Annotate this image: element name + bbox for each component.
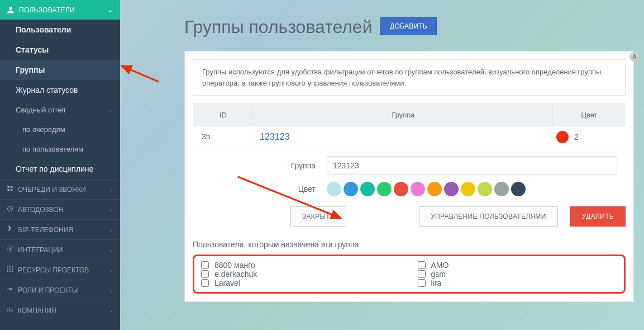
sidebar-item[interactable]: Журнал статусов bbox=[0, 80, 120, 100]
svg-rect-2 bbox=[8, 189, 10, 191]
section-icon bbox=[7, 266, 13, 274]
action-row: ЗАКРЫТЬ УПРАВЛЕНИЕ ПОЛЬЗОВАТЕЛЯМИ УДАЛИТ… bbox=[193, 206, 626, 227]
col-group-header: Группа bbox=[254, 104, 553, 126]
color-field-label: Цвет bbox=[193, 185, 327, 194]
manage-users-button[interactable]: УПРАВЛЕНИЕ ПОЛЬЗОВАТЕЛЯМИ bbox=[419, 206, 557, 227]
table-header: ID Группа Цвет bbox=[193, 103, 626, 126]
color-swatch[interactable] bbox=[411, 182, 425, 196]
color-swatch[interactable] bbox=[327, 182, 341, 196]
svg-rect-6 bbox=[7, 266, 8, 267]
cell-count: 2 bbox=[574, 133, 579, 142]
svg-rect-9 bbox=[7, 268, 8, 270]
users-box: 8800 мангоe.derkachukLaravel AMOgsmlira bbox=[193, 254, 626, 294]
sidebar-section-label: ОЧЕРЕДИ И ЗВОНКИ bbox=[18, 186, 86, 194]
user-checkbox[interactable] bbox=[418, 279, 426, 287]
sidebar-section[interactable]: РОЛИ И ПРОЕКТЫ⌄ bbox=[0, 280, 120, 300]
user-item: AMO bbox=[418, 261, 618, 270]
chevron-down-icon: ⌄ bbox=[109, 206, 113, 213]
page-title: Группы пользователей bbox=[184, 17, 373, 37]
chevron-down-icon: ⌄ bbox=[109, 247, 113, 253]
close-button[interactable]: ЗАКРЫТЬ bbox=[290, 206, 346, 227]
color-swatch[interactable] bbox=[478, 182, 492, 196]
section-icon bbox=[7, 185, 13, 194]
chevron-down-icon: ⌄ bbox=[109, 186, 113, 192]
sidebar-header-users[interactable]: ПОЛЬЗОВАТЕЛИ ⌄ bbox=[0, 0, 120, 20]
user-label: e.derkachuk bbox=[214, 270, 257, 279]
table-row: 35 123123 2 bbox=[193, 126, 626, 148]
users-section-title: Пользователи, которым назначена эта груп… bbox=[193, 240, 626, 249]
sidebar-item[interactable]: Группы bbox=[0, 60, 120, 80]
sidebar-section[interactable]: ИНТЕГРАЦИИ⌄ bbox=[0, 239, 120, 260]
section-icon bbox=[7, 225, 13, 234]
sidebar-item[interactable]: Сводный отчет⌄ bbox=[0, 100, 120, 120]
content-panel: Группы используются для удобства фильтра… bbox=[184, 51, 634, 302]
color-dot-icon bbox=[556, 131, 569, 143]
sidebar-section[interactable]: АВТОДОЗВОН⌄ bbox=[0, 199, 120, 219]
user-checkbox[interactable] bbox=[201, 279, 209, 287]
user-checkbox[interactable] bbox=[418, 261, 426, 269]
sidebar-section-label: SIP-ТЕЛЕФОНИЯ bbox=[18, 226, 73, 234]
color-swatch[interactable] bbox=[461, 182, 475, 196]
color-swatch[interactable] bbox=[394, 182, 408, 196]
sidebar-item[interactable]: Пользователи bbox=[0, 20, 120, 40]
svg-rect-8 bbox=[12, 266, 13, 267]
group-input[interactable] bbox=[327, 156, 617, 175]
user-label: 8800 манго bbox=[214, 261, 255, 270]
color-swatch[interactable] bbox=[511, 182, 526, 196]
user-item: 8800 манго bbox=[201, 261, 401, 270]
user-item: gsm bbox=[418, 270, 618, 279]
add-button[interactable]: ДОБАВИТЬ bbox=[380, 17, 437, 35]
chevron-down-icon: ⌄ bbox=[109, 287, 113, 293]
col-color-header: Цвет bbox=[553, 104, 626, 126]
svg-point-5 bbox=[9, 248, 11, 250]
delete-button[interactable]: УДАЛИТЬ bbox=[570, 206, 626, 227]
sidebar-section-label: КОМПАНИЯ bbox=[18, 307, 56, 314]
svg-rect-0 bbox=[8, 186, 10, 188]
sidebar-section[interactable]: ОЧЕРЕДИ И ЗВОНКИ⌄ bbox=[0, 179, 120, 199]
color-swatch[interactable] bbox=[427, 182, 442, 196]
user-label: gsm bbox=[431, 270, 446, 279]
user-label: Laravel bbox=[214, 279, 240, 287]
sidebar-section[interactable]: РЕСУРСЫ ПРОЕКТОВ⌄ bbox=[0, 260, 120, 280]
svg-rect-12 bbox=[7, 271, 8, 272]
section-icon bbox=[7, 205, 13, 214]
section-icon bbox=[7, 306, 13, 314]
user-item: e.derkachuk bbox=[201, 270, 401, 279]
user-icon bbox=[7, 6, 15, 14]
group-field-label: Группа bbox=[193, 161, 327, 170]
sidebar-item[interactable]: Отчет по дисциплине bbox=[0, 159, 120, 179]
chevron-down-icon: ⌄ bbox=[108, 107, 112, 113]
svg-point-16 bbox=[8, 289, 10, 290]
chevron-down-icon: ⌄ bbox=[109, 267, 113, 273]
user-checkbox[interactable] bbox=[418, 270, 426, 278]
user-checkbox[interactable] bbox=[201, 270, 209, 278]
svg-rect-11 bbox=[12, 268, 13, 270]
svg-rect-13 bbox=[9, 271, 11, 272]
sidebar-section-label: РОЛИ И ПРОЕКТЫ bbox=[18, 286, 78, 294]
sidebar-item[interactable]: по пользователям bbox=[0, 139, 120, 159]
sidebar-item[interactable]: Статусы bbox=[0, 40, 120, 60]
color-swatch[interactable] bbox=[444, 182, 459, 196]
chevron-down-icon: ⌄ bbox=[107, 6, 113, 14]
edit-form: Группа Цвет bbox=[193, 156, 626, 196]
cell-id: 35 bbox=[193, 126, 254, 148]
cell-group-link[interactable]: 123123 bbox=[260, 132, 289, 142]
chevron-down-icon: ⌄ bbox=[109, 227, 113, 233]
user-checkbox[interactable] bbox=[201, 261, 209, 269]
sidebar-section[interactable]: КОМПАНИЯ⌄ bbox=[0, 300, 120, 320]
color-swatch[interactable] bbox=[360, 182, 375, 196]
help-badge[interactable]: A bbox=[629, 51, 640, 62]
color-swatch[interactable] bbox=[494, 182, 509, 196]
user-label: lira bbox=[431, 279, 442, 287]
user-item: Laravel bbox=[201, 279, 401, 287]
color-swatch[interactable] bbox=[377, 182, 392, 196]
sidebar-section[interactable]: SIP-ТЕЛЕФОНИЯ⌄ bbox=[0, 219, 120, 239]
svg-rect-3 bbox=[11, 189, 13, 191]
sidebar-header-label: ПОЛЬЗОВАТЕЛИ bbox=[19, 6, 75, 14]
svg-rect-7 bbox=[9, 266, 11, 267]
sidebar: ПОЛЬЗОВАТЕЛИ ⌄ ПользователиСтатусыГруппы… bbox=[0, 0, 120, 330]
sidebar-item[interactable]: по очередям bbox=[0, 120, 120, 139]
chevron-down-icon: ⌄ bbox=[109, 307, 113, 313]
user-label: AMO bbox=[431, 261, 449, 270]
color-swatch[interactable] bbox=[344, 182, 358, 196]
